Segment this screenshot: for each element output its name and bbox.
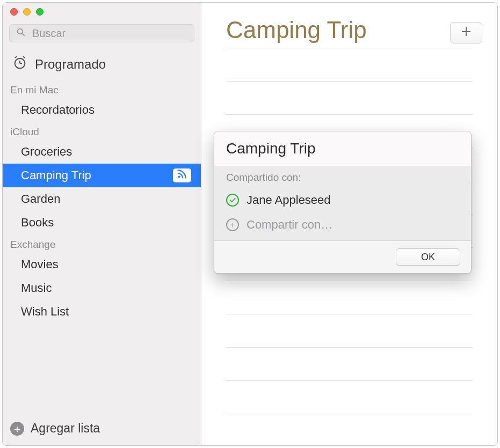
- list-title: Camping Trip: [226, 3, 473, 48]
- share-with-more-label: Compartir con…: [247, 218, 332, 232]
- zoom-window-button[interactable]: [36, 8, 44, 16]
- checkmark-circle-icon: [226, 194, 239, 207]
- add-reminder-button[interactable]: [450, 22, 482, 43]
- sidebar-item-label: Groceries: [21, 145, 72, 159]
- sidebar-item-garden[interactable]: Garden: [3, 187, 201, 211]
- sidebar-body: Programado En mi Mac Recordatorios iClou…: [3, 50, 201, 414]
- add-list-label: Agregar lista: [31, 421, 100, 436]
- scheduled-label: Programado: [35, 57, 106, 72]
- svg-line-6: [23, 56, 25, 57]
- share-with-more-button[interactable]: ＋ Compartir con…: [214, 212, 471, 241]
- broadcast-icon: [176, 168, 188, 183]
- ok-button[interactable]: OK: [396, 248, 460, 266]
- search-input[interactable]: [31, 27, 187, 40]
- plus-circle-icon: ＋: [10, 422, 24, 436]
- sidebar-item-books[interactable]: Books: [3, 211, 201, 234]
- shared-person-row[interactable]: Jane Appleseed: [214, 188, 471, 212]
- section-exchange-label: Exchange: [3, 234, 201, 253]
- svg-point-7: [178, 175, 180, 178]
- sidebar-item-camping-trip[interactable]: Camping Trip: [3, 164, 201, 187]
- minimize-window-button[interactable]: [23, 8, 31, 16]
- close-window-button[interactable]: [10, 8, 18, 16]
- section-onmac-label: En mi Mac: [3, 80, 201, 98]
- sidebar-item-groceries[interactable]: Groceries: [3, 140, 201, 164]
- scheduled-smart-list[interactable]: Programado: [3, 50, 201, 80]
- reminder-row-empty[interactable]: [226, 381, 473, 414]
- traffic-lights: [10, 8, 44, 16]
- reminder-row-empty[interactable]: [226, 82, 473, 115]
- section-icloud-label: iCloud: [3, 122, 201, 140]
- sidebar-item-label: Wish List: [21, 305, 69, 319]
- alarm-clock-icon: [12, 55, 27, 74]
- reminder-row-empty[interactable]: [226, 314, 473, 348]
- reminder-row-empty[interactable]: [226, 48, 473, 82]
- shared-with-label: Compartido con:: [214, 166, 471, 188]
- sidebar-item-label: Movies: [21, 258, 59, 271]
- plus-outline-icon: ＋: [226, 218, 239, 231]
- sidebar: Programado En mi Mac Recordatorios iClou…: [3, 3, 201, 445]
- plus-icon: [460, 25, 473, 40]
- sidebar-item-label: Books: [21, 216, 54, 230]
- sidebar-item-label: Recordatorios: [21, 103, 95, 117]
- shared-person-name: Jane Appleseed: [247, 193, 331, 207]
- sidebar-item-movies[interactable]: Movies: [3, 253, 201, 276]
- share-indicator-button[interactable]: [173, 168, 191, 182]
- popover-footer: OK: [214, 241, 471, 273]
- add-list-button[interactable]: ＋ Agregar lista: [3, 414, 201, 445]
- titlebar: [3, 3, 201, 21]
- search-field[interactable]: [9, 24, 194, 42]
- reminder-row-empty[interactable]: [226, 348, 473, 381]
- sidebar-item-label: Music: [21, 281, 52, 295]
- share-popover: Camping Trip Compartido con: Jane Apples…: [214, 131, 472, 274]
- sidebar-item-recordatorios[interactable]: Recordatorios: [3, 98, 201, 122]
- popover-title: Camping Trip: [214, 131, 471, 166]
- sidebar-item-wish-list[interactable]: Wish List: [3, 300, 201, 324]
- svg-line-5: [15, 56, 17, 57]
- svg-point-0: [18, 28, 23, 34]
- svg-line-1: [22, 33, 25, 36]
- sidebar-item-label: Garden: [21, 192, 60, 206]
- reminder-row-empty[interactable]: [226, 281, 473, 314]
- sidebar-item-music[interactable]: Music: [3, 276, 201, 300]
- search-icon: [16, 27, 26, 40]
- sidebar-item-label: Camping Trip: [21, 168, 91, 182]
